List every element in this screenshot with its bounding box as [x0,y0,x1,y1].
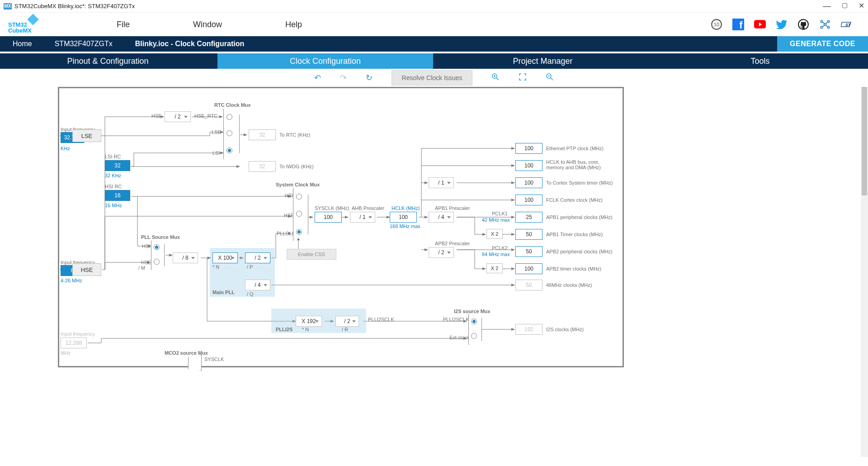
breadcrumb-home[interactable]: Home [0,36,42,52]
st-logo[interactable]: ST [841,19,860,30]
zoom-in-icon[interactable] [491,73,500,83]
tab-clock[interactable]: Clock Configuration [217,53,433,69]
redo-icon[interactable]: ↷ [340,73,347,83]
minimize-icon[interactable]: — [823,1,831,11]
generate-code-button[interactable]: GENERATE CODE [777,36,868,52]
github-icon[interactable] [797,19,809,30]
maximize-icon[interactable]: ▢ [842,1,848,11]
tab-project[interactable]: Project Manager [435,53,651,69]
reset-icon[interactable]: ↻ [366,73,373,83]
facebook-icon[interactable]: f [732,19,744,30]
menu-file[interactable]: File [117,20,130,29]
network-icon[interactable] [819,19,831,30]
badge-icon[interactable]: 10 [711,19,722,30]
menu-help[interactable]: Help [285,20,302,29]
svg-text:10: 10 [714,22,719,27]
svg-point-7 [827,20,829,22]
tab-pinout[interactable]: Pinout & Configuration [0,53,216,69]
twitter-icon[interactable] [776,19,788,30]
breadcrumb-page: Blinky.ioc - Clock Configuration [123,36,255,52]
fit-icon[interactable] [519,73,527,83]
close-icon[interactable]: ✕ [859,1,864,11]
svg-text:f: f [739,19,743,30]
menu-window[interactable]: Window [193,20,222,29]
svg-point-10 [827,26,829,28]
youtube-icon[interactable] [754,19,766,30]
tab-tools[interactable]: Tools [652,53,868,69]
resolve-clock-button[interactable]: Resolve Clock Issues [392,70,473,86]
breadcrumb-device[interactable]: STM32F407ZGTx [42,36,123,52]
svg-text:ST: ST [845,23,851,27]
svg-point-9 [821,26,822,28]
svg-point-6 [821,20,822,22]
cubemx-logo: STM32CubeMX [8,15,40,33]
undo-icon[interactable]: ↶ [314,73,321,83]
window-title: STM32CubeMX Blinky.ioc*: STM32F407ZGTx [14,3,135,10]
zoom-out-icon[interactable] [546,73,554,83]
app-badge: MX [4,3,12,10]
